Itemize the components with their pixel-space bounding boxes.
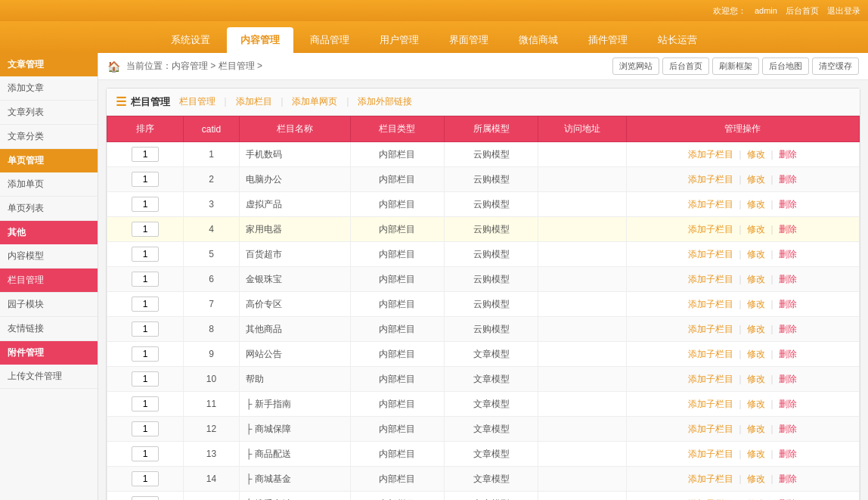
sort-input[interactable] <box>132 197 159 212</box>
delete-btn[interactable]: 删除 <box>779 324 797 334</box>
sort-input[interactable] <box>132 147 159 162</box>
edit-btn[interactable]: 修改 <box>747 149 765 160</box>
sidebar-section-attachment[interactable]: 附件管理 <box>0 341 98 365</box>
sort-input[interactable] <box>132 346 159 362</box>
edit-btn[interactable]: 修改 <box>747 399 765 409</box>
home-icon: 🏠 <box>107 61 120 73</box>
edit-btn[interactable]: 修改 <box>747 299 765 309</box>
delete-btn[interactable]: 删除 <box>779 299 797 309</box>
link-add-category[interactable]: 添加栏目 <box>236 96 272 107</box>
browse-site-btn[interactable]: 浏览网站 <box>612 57 659 75</box>
delete-btn[interactable]: 删除 <box>779 374 797 384</box>
edit-btn[interactable]: 修改 <box>747 274 765 284</box>
add-child-btn[interactable]: 添加子栏目 <box>688 324 733 334</box>
delete-btn[interactable]: 删除 <box>779 274 797 284</box>
edit-btn[interactable]: 修改 <box>747 174 765 185</box>
edit-btn[interactable]: 修改 <box>747 374 765 384</box>
delete-btn[interactable]: 删除 <box>779 449 797 459</box>
add-child-btn[interactable]: 添加子栏目 <box>688 274 733 284</box>
sidebar-item-links[interactable]: 友情链接 <box>0 317 98 341</box>
sidebar-item-upload-manage[interactable]: 上传文件管理 <box>0 365 98 389</box>
sort-input[interactable] <box>132 446 159 461</box>
nav-item-system[interactable]: 系统设置 <box>157 27 224 53</box>
sort-input[interactable] <box>132 421 159 436</box>
sep2: ｜ <box>767 224 777 234</box>
add-child-btn[interactable]: 添加子栏目 <box>688 449 733 459</box>
link-category-manage[interactable]: 栏目管理 <box>179 96 215 107</box>
edit-btn[interactable]: 修改 <box>747 424 765 434</box>
sidebar-item-category-manage[interactable]: 栏目管理 <box>0 269 98 293</box>
delete-btn[interactable]: 删除 <box>779 149 797 160</box>
edit-btn[interactable]: 修改 <box>747 224 765 234</box>
backend-home-btn[interactable]: 后台首页 <box>662 57 709 75</box>
delete-btn[interactable]: 删除 <box>779 199 797 210</box>
sidebar-section-article[interactable]: 文章管理 <box>0 53 98 76</box>
sort-input[interactable] <box>132 272 159 287</box>
sort-input[interactable] <box>132 471 159 486</box>
cell-url <box>538 142 627 167</box>
delete-btn[interactable]: 删除 <box>779 174 797 185</box>
edit-btn[interactable]: 修改 <box>747 349 765 359</box>
edit-btn[interactable]: 修改 <box>747 199 765 210</box>
sidebar-item-article-list[interactable]: 文章列表 <box>0 101 98 125</box>
delete-btn[interactable]: 删除 <box>779 349 797 359</box>
sidebar-item-widget[interactable]: 园子模块 <box>0 293 98 317</box>
sort-input[interactable] <box>132 172 159 187</box>
sidebar-item-content-model[interactable]: 内容模型 <box>0 244 98 269</box>
add-child-btn[interactable]: 添加子栏目 <box>688 474 733 484</box>
clear-cache-btn[interactable]: 清空缓存 <box>812 57 859 75</box>
nav-item-user[interactable]: 用户管理 <box>366 27 432 53</box>
sort-input[interactable] <box>132 297 159 312</box>
logout-link[interactable]: 退出登录 <box>827 6 860 15</box>
add-child-btn[interactable]: 添加子栏目 <box>688 399 733 409</box>
sort-input[interactable] <box>132 371 159 387</box>
sidebar-item-add-single[interactable]: 添加单页 <box>0 172 98 197</box>
site-map-btn[interactable]: 后台地图 <box>762 57 809 75</box>
delete-btn[interactable]: 删除 <box>779 224 797 234</box>
nav-item-content[interactable]: 内容管理 <box>227 27 293 53</box>
refresh-frame-btn[interactable]: 刷新框架 <box>712 57 759 75</box>
sep1: ｜ <box>736 474 745 484</box>
add-child-btn[interactable]: 添加子栏目 <box>688 299 733 309</box>
add-child-btn[interactable]: 添加子栏目 <box>688 149 733 160</box>
delete-btn[interactable]: 删除 <box>779 424 797 434</box>
add-child-btn[interactable]: 添加子栏目 <box>688 424 733 434</box>
cell-url <box>538 242 627 267</box>
add-child-btn[interactable]: 添加子栏目 <box>688 199 733 210</box>
edit-btn[interactable]: 修改 <box>747 449 765 459</box>
sort-input[interactable] <box>132 321 159 337</box>
nav-item-wechat[interactable]: 微信商城 <box>505 27 572 53</box>
col-actions: 管理操作 <box>626 116 859 142</box>
backend-home-link[interactable]: 后台首页 <box>786 6 819 15</box>
cell-url <box>538 192 627 217</box>
link-add-single-page[interactable]: 添加单网页 <box>292 96 337 107</box>
delete-btn[interactable]: 删除 <box>779 399 797 409</box>
admin-link[interactable]: admin <box>755 6 777 15</box>
delete-btn[interactable]: 删除 <box>779 474 797 484</box>
edit-btn[interactable]: 修改 <box>747 324 765 334</box>
link-add-external[interactable]: 添加外部链接 <box>358 96 412 107</box>
sort-input[interactable] <box>132 222 159 237</box>
add-child-btn[interactable]: 添加子栏目 <box>688 224 733 234</box>
edit-btn[interactable]: 修改 <box>747 249 765 259</box>
table-row: 11├ 新手指南内部栏目文章模型添加子栏目｜修改｜删除 <box>107 392 860 417</box>
add-child-btn[interactable]: 添加子栏目 <box>688 174 733 185</box>
add-child-btn[interactable]: 添加子栏目 <box>688 249 733 259</box>
sort-input[interactable] <box>132 496 159 500</box>
add-child-btn[interactable]: 添加子栏目 <box>688 374 733 384</box>
edit-btn[interactable]: 修改 <box>747 474 765 484</box>
add-child-btn[interactable]: 添加子栏目 <box>688 349 733 359</box>
sidebar-item-article-category[interactable]: 文章分类 <box>0 125 98 149</box>
sort-input[interactable] <box>132 247 159 262</box>
sidebar-item-add-article[interactable]: 添加文章 <box>0 76 98 101</box>
sidebar-section-single[interactable]: 单页管理 <box>0 149 98 172</box>
sort-input[interactable] <box>132 396 159 411</box>
nav-item-ui[interactable]: 界面管理 <box>436 27 502 53</box>
delete-btn[interactable]: 删除 <box>779 249 797 259</box>
cell-type: 内部栏目 <box>350 242 444 267</box>
sidebar-section-other[interactable]: 其他 <box>0 221 98 244</box>
nav-item-plugin[interactable]: 插件管理 <box>575 27 641 53</box>
sidebar-item-single-list[interactable]: 单页列表 <box>0 197 98 221</box>
nav-item-seo[interactable]: 站长运营 <box>644 27 711 53</box>
nav-item-goods[interactable]: 商品管理 <box>296 27 363 53</box>
